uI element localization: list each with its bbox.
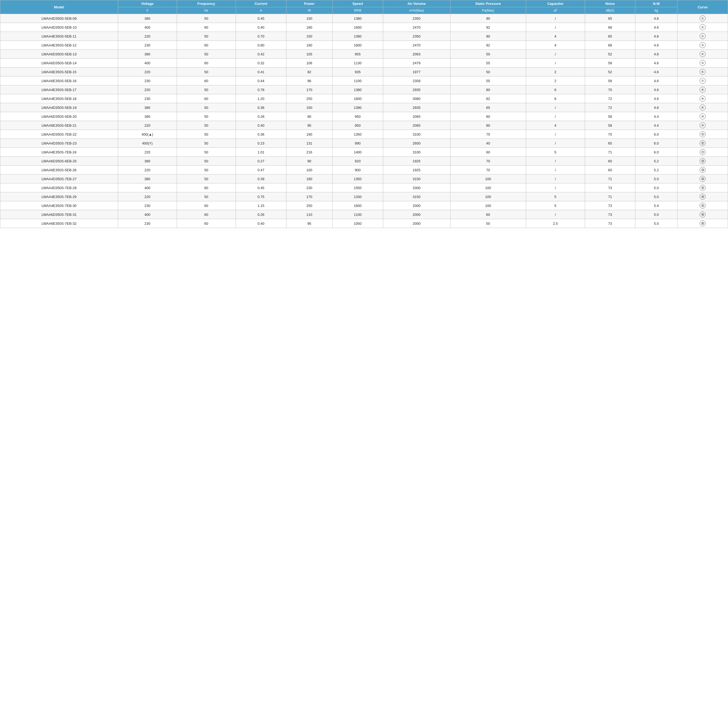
cell-frequency: 60 [177, 41, 235, 50]
cell-capacitor: 4 [526, 32, 585, 41]
cell-capacitor: 5 [526, 148, 585, 157]
table-row: LWAA6D350S-6EB-25380500.2790920192570/60… [0, 157, 728, 166]
col-unit-staticpressure: Pa(Max) [450, 7, 526, 14]
table-row: LWAA4D350S-7EB-28400600.4523015503300100… [0, 183, 728, 192]
cell-voltage: 400 [118, 210, 177, 219]
cell-voltage: 400 [118, 59, 177, 68]
cell-capacitor: / [526, 166, 585, 175]
cell-current: 0.45 [235, 14, 286, 23]
cell-capacitor: / [526, 23, 585, 32]
cell-frequency: 50 [177, 103, 235, 112]
cell-nw: 5.4 [635, 201, 677, 210]
table-row: LWAA6E350S-5EB-15220500.4182935197750252… [0, 68, 728, 76]
col-header-airvolume: Air Volume [383, 0, 450, 7]
cell-noise: 73 [585, 201, 635, 210]
cell-frequency: 50 [177, 175, 235, 183]
cell-curve: ⑭ [677, 175, 728, 183]
cell-airvolume: 3100 [383, 130, 450, 139]
cell-frequency: 60 [177, 183, 235, 192]
cell-power: 230 [286, 183, 332, 192]
cell-noise: 52 [585, 50, 635, 59]
cell-current: 0.40 [235, 121, 286, 130]
cell-airvolume: 2470 [383, 23, 450, 32]
cell-frequency: 60 [177, 94, 235, 103]
cell-noise: 60 [585, 157, 635, 166]
table-row: LWAA4E350S-5EB-11220500.7015013802350904… [0, 32, 728, 41]
col-header-capacitor: Capacitor [526, 0, 585, 7]
cell-nw: 4.6 [635, 103, 677, 112]
cell-airvolume: 2350 [383, 32, 450, 41]
cell-frequency: 60 [177, 201, 235, 210]
cell-current: 0.42 [235, 50, 286, 59]
curve-badge: ⑩ [700, 123, 706, 128]
cell-capacitor: / [526, 175, 585, 183]
cell-curve: ⑤ [677, 59, 728, 68]
cell-nw: 4.6 [635, 14, 677, 23]
cell-airvolume: 2470 [383, 41, 450, 50]
curve-badge: ⑮ [700, 203, 706, 209]
cell-nw: 5.0 [635, 175, 677, 183]
cell-model: LWAA6D350S-5EB-20 [0, 112, 118, 121]
cell-voltage: 400(Y) [118, 139, 177, 148]
curve-badge: ⑥ [700, 69, 706, 75]
cell-speed: 1380 [332, 32, 383, 41]
cell-airvolume: 3080 [383, 94, 450, 103]
cell-nw: 5.0 [635, 192, 677, 201]
cell-speed: 1600 [332, 94, 383, 103]
cell-voltage: 220 [118, 121, 177, 130]
cell-airvolume: 1925 [383, 166, 450, 175]
cell-current: 1.15 [235, 201, 286, 210]
cell-nw: 4.6 [635, 68, 677, 76]
cell-frequency: 50 [177, 14, 235, 23]
cell-curve: ⑯ [677, 219, 728, 228]
cell-nw: 4.6 [635, 23, 677, 32]
cell-current: 1.20 [235, 94, 286, 103]
curve-badge: ③ [700, 42, 706, 48]
cell-frequency: 50 [177, 157, 235, 166]
cell-model: LWAA4D350S-7EB-22 [0, 130, 118, 139]
cell-model: LWAA4E350S-5EB-12 [0, 41, 118, 50]
table-row: LWAA6D350S-5EB-20380500.2880950206580/58… [0, 112, 728, 121]
cell-noise: 72 [585, 103, 635, 112]
cell-current: 0.45 [235, 183, 286, 192]
cell-voltage: 400 [118, 23, 177, 32]
cell-speed: 1390 [332, 103, 383, 112]
cell-airvolume: 2065 [383, 121, 450, 130]
cell-staticpressure: 55 [450, 59, 526, 68]
cell-curve: ⑮ [677, 183, 728, 192]
cell-staticpressure: 70 [450, 166, 526, 175]
cell-power: 110 [286, 210, 332, 219]
cell-staticpressure: 60 [450, 210, 526, 219]
cell-noise: 73 [585, 183, 635, 192]
table-row: LWAA6D350S-5EB-13380500.42105955206350/5… [0, 50, 728, 59]
cell-nw: 4.6 [635, 85, 677, 94]
cell-frequency: 50 [177, 121, 235, 130]
cell-frequency: 60 [177, 76, 235, 85]
cell-voltage: 380 [118, 103, 177, 112]
cell-noise: 60 [585, 166, 635, 175]
cell-airvolume: 3150 [383, 175, 450, 183]
cell-noise: 70 [585, 130, 635, 139]
cell-staticpressure: 80 [450, 85, 526, 94]
cell-curve: ⑯ [677, 210, 728, 219]
cell-airvolume: 2063 [383, 50, 450, 59]
curve-badge: ⑮ [700, 185, 706, 191]
cell-capacitor: / [526, 50, 585, 59]
cell-nw: 5.2 [635, 157, 677, 166]
cell-airvolume: 2935 [383, 85, 450, 94]
cell-voltage: 400 [118, 183, 177, 192]
cell-noise: 73 [585, 219, 635, 228]
cell-noise: 71 [585, 175, 635, 183]
cell-frequency: 50 [177, 32, 235, 41]
cell-staticpressure: 70 [450, 157, 526, 166]
cell-model: LWAA4E350S-5EB-17 [0, 85, 118, 94]
cell-speed: 1350 [332, 175, 383, 183]
cell-nw: 4.6 [635, 32, 677, 41]
cell-curve: ⑦ [677, 76, 728, 85]
cell-model: LWAA6E350S-5EB-15 [0, 68, 118, 76]
cell-curve: ⑧ [677, 85, 728, 94]
cell-power: 131 [286, 139, 332, 148]
col-unit-noise: dB(A) [585, 7, 635, 14]
cell-nw: 4.6 [635, 41, 677, 50]
cell-noise: 58 [585, 76, 635, 85]
